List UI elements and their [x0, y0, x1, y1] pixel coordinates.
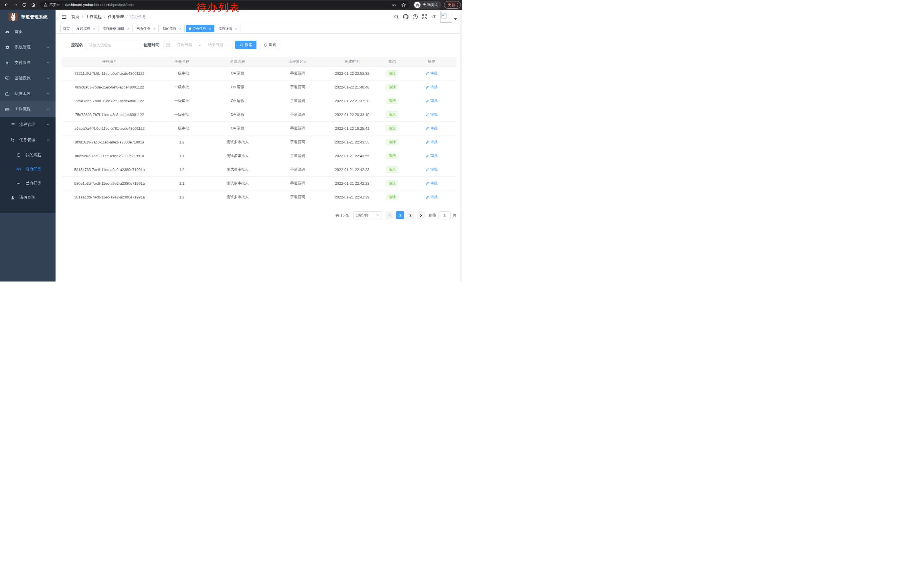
goto-page-input-wrap: [438, 211, 450, 219]
close-tab-icon[interactable]: ✕: [152, 27, 156, 31]
column-header: 流程发起人: [269, 57, 326, 66]
sidebar-submenu: 流程管理任务管理我的流程待办任务已办任务请假查询: [0, 117, 56, 213]
tab-todo-task[interactable]: 待办任务✕: [186, 25, 214, 32]
page-size-select[interactable]: 10条/页: [353, 211, 382, 219]
close-tab-icon[interactable]: ✕: [208, 27, 212, 31]
avatar-caret-icon[interactable]: [454, 17, 457, 21]
cell-status: 激活: [378, 190, 406, 204]
cell-initiator: 芋道源码: [269, 122, 326, 135]
cell-name: 1.2: [158, 190, 206, 204]
sidebar-item-process-mgmt[interactable]: 流程管理: [0, 117, 56, 132]
page-scrollbar[interactable]: [460, 10, 462, 281]
font-size-icon[interactable]: TT: [431, 15, 436, 19]
approve-link[interactable]: 审批: [425, 167, 438, 172]
sidebar-item-leave-query[interactable]: 请假查询: [0, 190, 56, 205]
create-time-label: 创建时间: [143, 42, 159, 48]
home-icon[interactable]: [31, 3, 36, 7]
cell-process: 测试多审批人: [206, 163, 269, 176]
refresh-icon: [264, 43, 267, 47]
url-host: dashboard.yudao.iocoder.cn: [65, 3, 110, 7]
edit-pen-icon: [425, 195, 429, 199]
close-tab-icon[interactable]: ✕: [92, 27, 96, 31]
approve-link[interactable]: 审批: [425, 153, 438, 158]
sidebar-item-devtools[interactable]: 研发工具: [0, 86, 56, 101]
process-name-input[interactable]: [86, 43, 141, 47]
page-button-2[interactable]: 2: [406, 211, 414, 219]
sidebar-item-system[interactable]: 系统管理: [0, 39, 56, 55]
breadcrumb-workflow[interactable]: 工作流程: [86, 14, 102, 20]
screen: 不安全 dashboard.yudao.iocoder.cn/bpm/task/…: [0, 0, 462, 281]
tab-done-task[interactable]: 已办任务✕: [134, 25, 159, 32]
help-icon[interactable]: [412, 14, 418, 20]
edit-pen-icon: [425, 140, 429, 144]
password-key-icon[interactable]: [392, 3, 397, 7]
sidebar-item-infra[interactable]: 基础设施: [0, 71, 56, 86]
cell-status: 激活: [378, 135, 406, 149]
back-icon[interactable]: [4, 3, 9, 7]
breadcrumb-home[interactable]: 首页: [71, 14, 79, 20]
todo-task-table: 任务编号任务名称所属流程流程发起人创建时间状态操作 73211d9d-7b9b-…: [62, 57, 456, 204]
close-tab-icon[interactable]: ✕: [178, 27, 182, 31]
cell-status: 激活: [378, 66, 406, 80]
close-tab-icon[interactable]: ✕: [234, 27, 238, 31]
reset-button[interactable]: 重置: [260, 41, 280, 49]
search-button[interactable]: 搜索: [235, 41, 256, 49]
approve-link[interactable]: 审批: [425, 126, 438, 131]
sidebar-item-my-process[interactable]: 我的流程: [0, 148, 56, 162]
prev-page-button[interactable]: [386, 211, 394, 219]
tab-item[interactable]: 流程表单-编辑✕: [100, 25, 132, 32]
cell-name: 一级审批: [158, 66, 206, 80]
tab-item[interactable]: 流程详情✕: [216, 25, 240, 32]
cell-action: 审批: [406, 176, 456, 190]
avatar[interactable]: [440, 11, 452, 23]
cell-initiator: 芋道源码: [269, 135, 326, 149]
column-header: 任务编号: [62, 57, 158, 66]
cell-status: 激活: [378, 163, 406, 176]
page-button-1[interactable]: 1: [396, 211, 404, 219]
collapse-sidebar-icon[interactable]: [62, 15, 67, 19]
cell-action: 审批: [406, 122, 456, 135]
approve-link[interactable]: 审批: [425, 181, 438, 186]
kebab-menu-icon[interactable]: [458, 3, 458, 7]
sidebar-item-workflow[interactable]: 工作流程: [0, 101, 56, 117]
approve-link[interactable]: 审批: [425, 140, 438, 145]
chrome-update-button[interactable]: 更新: [444, 1, 461, 9]
cell-id: 580e1b3d-7ac8-11ec-a9e2-a2380e71991a: [62, 176, 158, 190]
sidebar-item-todo-task[interactable]: 待办任务: [0, 162, 56, 176]
pagination: 共 16 条 10条/页 12 前往 页: [62, 211, 456, 219]
chevron-down-icon: [46, 62, 50, 64]
tab-my-process[interactable]: 我的流程✕: [160, 25, 184, 32]
approve-link[interactable]: 审批: [425, 194, 438, 200]
bookmark-star-icon[interactable]: [401, 3, 406, 7]
approve-link[interactable]: 审批: [425, 98, 438, 104]
cell-status: 激活: [378, 94, 406, 108]
forward-icon[interactable]: [13, 3, 18, 7]
range-separator: -: [199, 43, 201, 47]
table-row: 58154733-7ac8-11ec-a9e2-a2380e71991a1.2测…: [62, 163, 456, 176]
date-range-picker[interactable]: 开始日期 - 结束日期: [163, 41, 232, 49]
sidebar-item-task-mgmt[interactable]: 任务管理: [0, 132, 56, 148]
fullscreen-icon[interactable]: [422, 14, 428, 20]
cell-status: 激活: [378, 122, 406, 135]
approve-link[interactable]: 审批: [425, 71, 438, 76]
next-page-button[interactable]: [417, 211, 425, 219]
chevron-down-icon: [46, 77, 50, 79]
breadcrumb-task-mgmt[interactable]: 任务管理: [108, 14, 124, 20]
sidebar-item-done-task[interactable]: 已办任务: [0, 176, 56, 190]
reload-icon[interactable]: [22, 3, 27, 7]
approve-link[interactable]: 审批: [425, 112, 438, 117]
search-icon[interactable]: [394, 14, 399, 20]
close-tab-icon[interactable]: ✕: [126, 27, 130, 31]
column-header: 操作: [406, 57, 456, 66]
goto-page-input[interactable]: [439, 212, 450, 219]
approve-link[interactable]: 审批: [425, 84, 438, 90]
sidebar-item-payment[interactable]: ¥支付管理: [0, 55, 56, 71]
cell-process: 测试多审批人: [206, 135, 269, 149]
tab-item[interactable]: 发起流程✕: [74, 25, 99, 32]
tab-home[interactable]: 首页: [60, 25, 72, 32]
top-header: 首页 / 工作流程 / 任务管理 / 待办任务 TT: [56, 10, 462, 24]
sidebar-item-home[interactable]: 首页: [0, 24, 56, 39]
app-logo-row[interactable]: 芋道管理系统: [0, 10, 56, 24]
github-icon[interactable]: [403, 14, 408, 20]
cell-time: 2022-01-21 22:43:55: [326, 135, 378, 149]
